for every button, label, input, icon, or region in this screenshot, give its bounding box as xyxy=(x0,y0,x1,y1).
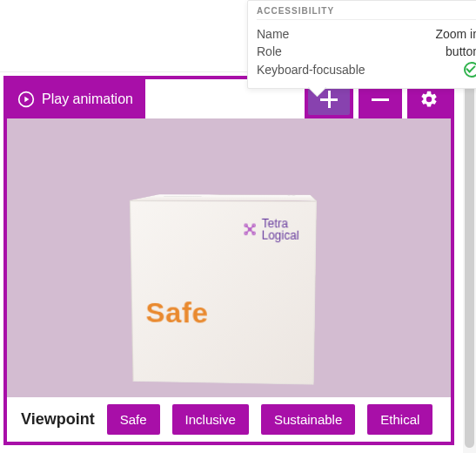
a11y-role-value: button xyxy=(446,44,476,58)
scrollbar-thumb[interactable] xyxy=(465,73,474,448)
minus-icon xyxy=(372,91,389,108)
play-animation-button[interactable]: Play animation xyxy=(7,79,145,118)
plus-icon xyxy=(320,91,338,108)
cube-front-word: Safe xyxy=(145,296,314,331)
a11y-name-label: Name xyxy=(257,27,289,41)
accessibility-tooltip: ACCESSIBILITY Name Zoom in Role button K… xyxy=(247,0,476,89)
viewpoint-ethical-button[interactable]: Ethical xyxy=(367,404,432,435)
accessibility-divider xyxy=(257,19,476,20)
a11y-role-label: Role xyxy=(257,44,282,58)
cube-face-top xyxy=(130,194,317,200)
brand-line2: Logical xyxy=(262,229,299,241)
a11y-row-role: Role button xyxy=(257,43,476,60)
play-icon xyxy=(17,91,35,108)
viewpoint-safe-button[interactable]: Safe xyxy=(107,404,160,435)
a11y-focusable-label: Keyboard-focusable xyxy=(257,63,365,77)
cube: Tetra Logical Safe xyxy=(146,198,312,363)
cube-face-front: Tetra Logical Safe xyxy=(130,200,317,385)
gear-icon xyxy=(419,90,439,109)
viewpoint-label: Viewpoint xyxy=(21,410,95,429)
animation-widget: Play animation xyxy=(3,76,454,445)
accessibility-heading: ACCESSIBILITY xyxy=(257,6,476,16)
play-label: Play animation xyxy=(42,91,133,107)
a11y-row-focusable: Keyboard-focusable xyxy=(257,60,476,79)
viewpoint-inclusive-button[interactable]: Inclusive xyxy=(172,404,249,435)
viewpoint-sustainable-button[interactable]: Sustainable xyxy=(261,404,355,435)
viewpoint-bar: Viewpoint Safe Inclusive Sustainable Eth… xyxy=(7,397,451,441)
brand-logo: Tetra Logical xyxy=(242,217,299,241)
stage[interactable]: Tetra Logical Safe xyxy=(7,118,451,397)
check-circle-icon xyxy=(464,62,476,78)
a11y-row-name: Name Zoom in xyxy=(257,25,476,43)
logo-mark-icon xyxy=(242,221,258,237)
brand-line1: Tetra xyxy=(262,217,299,229)
a11y-name-value: Zoom in xyxy=(435,27,476,41)
